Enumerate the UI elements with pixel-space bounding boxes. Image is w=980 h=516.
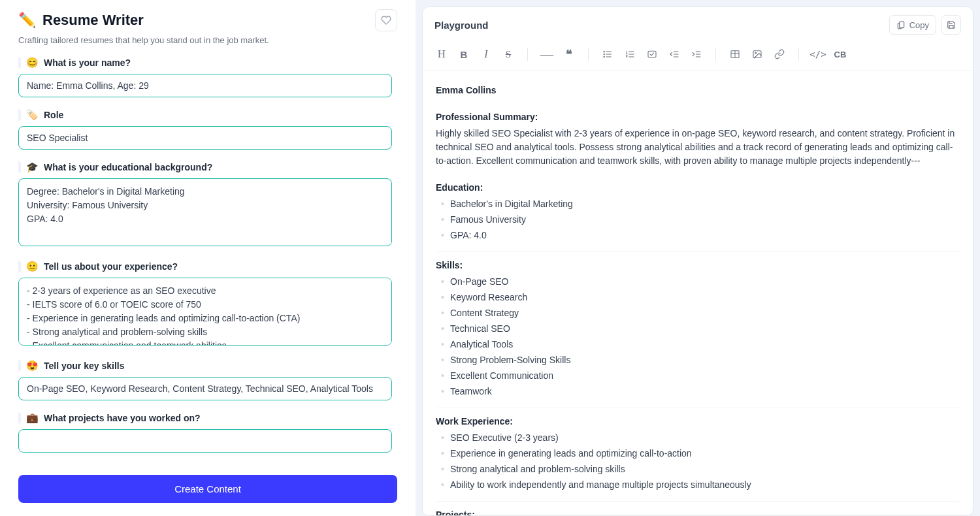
education-list: Bachelor's in Digital MarketingFamous Un… <box>436 197 960 242</box>
list-item: Teamwork <box>438 385 960 398</box>
list-item: Experience in generating leads and optim… <box>438 447 960 460</box>
question-label-row: 3🎓What is your educational background? <box>18 161 392 173</box>
toolbar-sep <box>588 48 589 61</box>
toolbar-sep <box>715 48 716 61</box>
svg-point-4 <box>604 51 604 52</box>
summary-title: Professional Summary: <box>436 110 960 124</box>
question-2: 2🏷️Role <box>18 109 392 150</box>
copy-label: Copy <box>909 20 929 30</box>
question-emoji: 😐 <box>26 261 39 272</box>
bullet-list-button[interactable] <box>598 45 617 63</box>
clipboard-icon <box>896 20 906 29</box>
checklist-button[interactable] <box>642 45 662 63</box>
question-input-4[interactable] <box>18 278 392 346</box>
question-number: 3 <box>18 161 21 173</box>
link-button[interactable] <box>770 45 789 63</box>
header: ✏️ Resume Writer <box>18 9 397 31</box>
editor-toolbar: H B I S — ❝ </> CB <box>423 41 973 71</box>
question-number: 6 <box>18 412 21 424</box>
question-number: 5 <box>18 360 21 372</box>
question-label-row: 1😊What is your name? <box>18 57 392 69</box>
question-input-1[interactable] <box>18 74 392 97</box>
question-number: 4 <box>18 261 21 272</box>
create-content-button[interactable]: Create Content <box>18 475 397 503</box>
question-label-row: 4😐Tell us about your experience? <box>18 261 392 272</box>
summary-text: Highly skilled SEO Specialist with 2-3 y… <box>436 127 960 168</box>
work-list: SEO Executive (2-3 years)Experience in g… <box>436 431 960 492</box>
question-emoji: 🎓 <box>26 161 39 173</box>
list-item: Bachelor's in Digital Marketing <box>438 197 960 211</box>
svg-rect-10 <box>648 51 656 57</box>
question-input-6[interactable] <box>18 429 392 453</box>
skills-list: On-Page SEOKeyword ResearchContent Strat… <box>436 275 960 398</box>
list-item: Ability to work independently and manage… <box>438 478 960 492</box>
list-item: Famous University <box>438 213 960 227</box>
strike-button[interactable]: S <box>498 45 518 63</box>
question-label: Role <box>44 110 63 120</box>
list-item: On-Page SEO <box>438 275 960 289</box>
playground-panel: Playground Copy H B I S — ❝ </> CB <box>422 7 973 516</box>
toolbar-sep <box>798 48 799 61</box>
question-5: 5😍Tell your key skills <box>18 360 392 400</box>
image-button[interactable] <box>747 45 767 63</box>
question-input-2[interactable] <box>18 126 392 150</box>
education-title: Education: <box>436 181 960 195</box>
bold-button[interactable]: B <box>454 45 474 63</box>
question-number: 2 <box>18 109 21 121</box>
divider <box>436 251 960 252</box>
divider <box>436 408 960 408</box>
save-icon <box>947 20 956 29</box>
list-item: Content Strategy <box>438 306 960 320</box>
question-emoji: 😊 <box>26 57 39 69</box>
quote-button[interactable]: ❝ <box>559 45 579 63</box>
question-number: 1 <box>18 57 21 69</box>
italic-button[interactable]: I <box>476 45 496 63</box>
skills-title: Skills: <box>436 259 960 272</box>
favorite-button[interactable] <box>375 9 397 31</box>
question-input-5[interactable] <box>18 377 392 400</box>
question-label-row: 5😍Tell your key skills <box>18 360 392 372</box>
heading-button[interactable]: H <box>432 45 451 63</box>
list-item: SEO Executive (2-3 years) <box>438 431 960 445</box>
question-6: 6💼What projects have you worked on? <box>18 412 392 453</box>
codeblock-button[interactable]: CB <box>830 45 850 63</box>
playground-content[interactable]: Emma Collins Professional Summary: Highl… <box>423 71 973 515</box>
list-item: Keyword Research <box>438 291 960 304</box>
playground-header: Playground Copy <box>423 7 973 41</box>
indent-button[interactable] <box>687 45 706 63</box>
form-panel: ✏️ Resume Writer Crafting tailored resum… <box>0 0 416 516</box>
svg-point-21 <box>755 52 757 54</box>
list-item: GPA: 4.0 <box>438 229 960 242</box>
question-label: What is your name? <box>44 57 131 68</box>
question-label: What projects have you worked on? <box>44 413 201 423</box>
question-1: 1😊What is your name? <box>18 57 392 97</box>
copy-button[interactable]: Copy <box>889 15 936 35</box>
question-label: Tell your key skills <box>44 361 124 371</box>
list-item: Strong Problem-Solving Skills <box>438 353 960 367</box>
list-item: Excellent Communication <box>438 369 960 383</box>
question-4: 4😐Tell us about your experience? <box>18 261 392 348</box>
outdent-button[interactable] <box>664 45 684 63</box>
app-title: Resume Writer <box>42 12 144 29</box>
save-button[interactable] <box>941 15 961 35</box>
question-label: Tell us about your experience? <box>44 261 178 272</box>
code-button[interactable]: </> <box>808 45 828 63</box>
questions-scroll[interactable]: 1😊What is your name?2🏷️Role3🎓What is you… <box>18 57 397 466</box>
submit-wrap: Create Content <box>18 466 397 516</box>
question-3: 3🎓What is your educational background? <box>18 161 392 249</box>
toolbar-sep <box>527 48 528 61</box>
ordered-list-button[interactable] <box>620 45 640 63</box>
hr-button[interactable]: — <box>537 45 557 63</box>
list-item: Strong analytical and problem-solving sk… <box>438 462 960 476</box>
table-button[interactable] <box>725 45 745 63</box>
question-label: What is your educational background? <box>44 162 212 172</box>
svg-point-5 <box>604 54 604 54</box>
question-emoji: 💼 <box>26 412 39 424</box>
svg-point-6 <box>604 56 604 57</box>
resume-name: Emma Collins <box>436 84 960 97</box>
divider <box>436 501 960 502</box>
projects-title: Projects: <box>436 508 960 515</box>
question-input-3[interactable] <box>18 178 392 246</box>
title-row: ✏️ Resume Writer <box>18 12 144 29</box>
app-subtitle: Crafting tailored resumes that help you … <box>18 35 397 45</box>
